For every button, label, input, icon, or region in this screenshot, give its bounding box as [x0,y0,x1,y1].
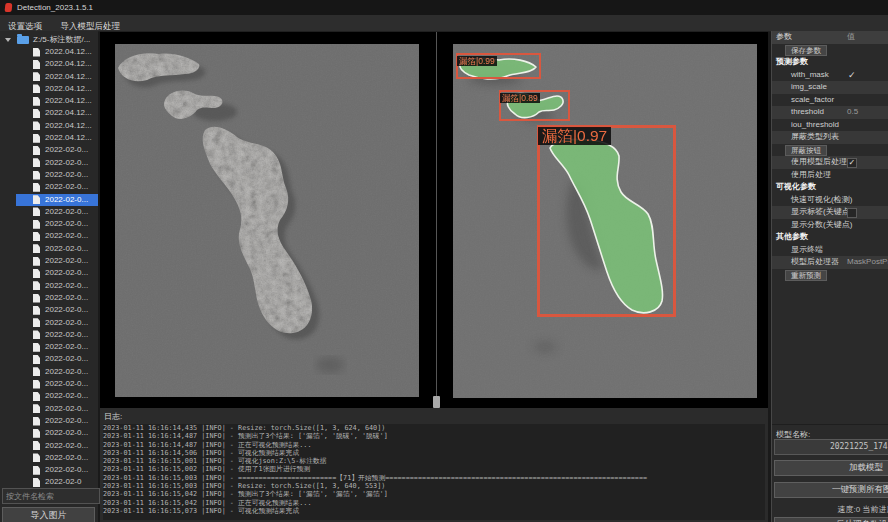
tree-item[interactable]: 2022-02-0... [0,366,98,378]
log-line: 2023-01-11 16:16:14,506 |INFO| - 可视化预测结果… [103,449,765,457]
file-icon [33,380,40,389]
repredict-button[interactable]: 重新预测 [772,269,888,282]
repredict-button[interactable]: 重新预测 [785,270,827,281]
tree-item[interactable]: 2022-02-0... [0,280,98,292]
tree-item[interactable]: 2022-02-0... [0,415,98,427]
tree-item[interactable]: 2022-02-0... [0,329,98,341]
file-icon [33,417,40,426]
section-other-params: 其他参数 [772,231,888,244]
import-images-button[interactable]: 导入图片 [2,507,95,522]
tree-item[interactable]: 2022.04.12... [0,83,98,95]
tree-item[interactable]: 2022-02-0... [0,317,98,329]
file-icon [33,109,40,118]
tree-item[interactable]: 2022-02-0... [0,144,98,156]
param-use-model-postprocess[interactable]: 使用模型后处理 [772,156,888,169]
param-table-header: 参数值 [772,31,888,44]
tree-item-label: 2022-02-0... [45,145,88,154]
checkbox-unchecked-icon[interactable] [847,208,857,218]
app-icon [5,3,13,12]
tree-item[interactable]: 2022-02-0... [0,452,98,464]
tree-item-label: 2022-02-0... [45,354,88,363]
tree-item-label: 2022-02-0... [45,195,88,204]
tree-item[interactable]: 2022-02-0... [0,255,98,267]
save-params-button[interactable]: 保存参数 [785,45,827,56]
tree-item[interactable]: 2022-02-0... [0,206,98,218]
params-panel: 参数值保存参数预测参数with_maskimg_scalescale_facto… [771,31,888,522]
checkbox-checked-icon[interactable] [847,158,857,168]
tree-item[interactable]: 2022-02-0... [0,403,98,415]
tree-item[interactable]: 2022-02-0 [0,476,98,487]
tree-item[interactable]: 2022-02-0... [0,267,98,279]
tree-item[interactable]: 2022-02-0... [0,218,98,230]
tree-item-label: 2022-02-0... [45,453,88,462]
tree-item-label: 2022-02-0... [45,441,88,450]
tree-item[interactable]: 2022-02-0... [0,304,98,316]
tree-item-label: 2022-02-0... [45,367,88,376]
detection-label: 漏箔|0.97 [538,127,611,145]
file-search-input[interactable] [2,488,100,504]
param-label: 其他参数 [776,231,808,244]
splitter-handle[interactable] [433,396,440,408]
tree-item[interactable]: 2022-02-0... [0,427,98,439]
file-icon [33,48,40,57]
log-title: 日志: [104,411,122,422]
file-icon [33,343,40,352]
tree-root-folder[interactable]: Z:/5-标注数据/... [0,33,98,46]
tree-item[interactable]: 2022-02-0... [0,440,98,452]
tree-item[interactable]: 2022.04.12... [0,107,98,119]
tree-item[interactable]: 2022-02-0... [0,181,98,193]
tree-item[interactable]: 2022.04.12... [0,132,98,144]
tree-item[interactable]: 2022-02-0... [0,230,98,242]
tree-item-label: 2022-02-0... [45,465,88,474]
tree-item-label: 2022-02-0... [45,293,88,302]
file-icon [33,330,40,339]
tree-item-label: 2022.04.12... [45,84,92,93]
param-model-postprocessor: 模型后处理器MaskPostPro [772,256,888,269]
tree-item[interactable]: 2022.04.12... [0,120,98,132]
tree-item[interactable]: 2022-02-0... [0,194,98,206]
param-label: 显示分数(关键点) [791,219,852,232]
param-label: 快速可视化(检测) [791,194,852,207]
file-icon [33,355,40,364]
param-show-labels[interactable]: 显示标签(关键点) [772,206,888,219]
tree-item[interactable]: 2022.04.12... [0,46,98,58]
tree-item[interactable]: 2022-02-0... [0,243,98,255]
file-icon [33,158,40,167]
file-icon [33,429,40,438]
tree-item[interactable]: 2022-02-0... [0,464,98,476]
param-with-mask[interactable]: with_mask [772,69,888,82]
tree-item[interactable]: 2022-02-0... [0,341,98,353]
tree-item[interactable]: 2022.04.12... [0,58,98,70]
tree-item[interactable]: 2022.04.12... [0,71,98,83]
block-button[interactable]: 屏蔽按钮 [772,144,888,157]
load-model-button[interactable]: 加载模型 [774,460,888,476]
tree-item[interactable]: 2022-02-0... [0,378,98,390]
file-icon [33,220,40,229]
detection-label: 漏箔|0.99 [457,56,497,66]
predict-all-button[interactable]: 一键预测所有图片 [774,482,888,498]
tree-item[interactable]: 2022-02-0... [0,353,98,365]
tree-item-label: 2022-02-0... [45,379,88,388]
model-name-field[interactable]: 20221225_174813 [774,439,888,455]
tree-item-label: 2022-02-0... [45,404,88,413]
param-blocked-class-list: 屏蔽类型列表 [772,131,888,144]
postprocess-params-button[interactable]: 后处理参数设置 [774,517,888,522]
log-line: 2023-01-11 16:16:14,487 |INFO| - 预测出了3个结… [103,432,765,440]
original-image-panel[interactable] [115,44,419,397]
log-list[interactable]: 2023-01-11 16:16:14,435 |INFO| - Resize:… [103,424,765,520]
prediction-image-panel[interactable]: 漏箔|0.99漏箔|0.89漏箔|0.97 [453,44,757,398]
tree-item[interactable]: 2022-02-0... [0,292,98,304]
tree-item-label: 2022-02-0... [45,330,88,339]
tree-item[interactable]: 2022-02-0... [0,169,98,181]
expand-arrow-icon[interactable] [5,38,11,42]
save-params-button[interactable]: 保存参数 [772,44,888,57]
tree-item[interactable]: 2022.04.12... [0,95,98,107]
block-button[interactable]: 屏蔽按钮 [785,145,827,156]
tree-item[interactable]: 2022-02-0... [0,157,98,169]
tree-item-label: 2022.04.12... [45,108,92,117]
tree-item[interactable]: 2022-02-0... [0,390,98,402]
log-line: 2023-01-11 16:16:15,073 |INFO| - 可视化预测结果… [103,507,765,515]
param-label: 使用模型后处理 [791,156,847,169]
param-label: iou_threshold [791,119,839,132]
tree-item-label: 2022-02-0... [45,244,88,253]
